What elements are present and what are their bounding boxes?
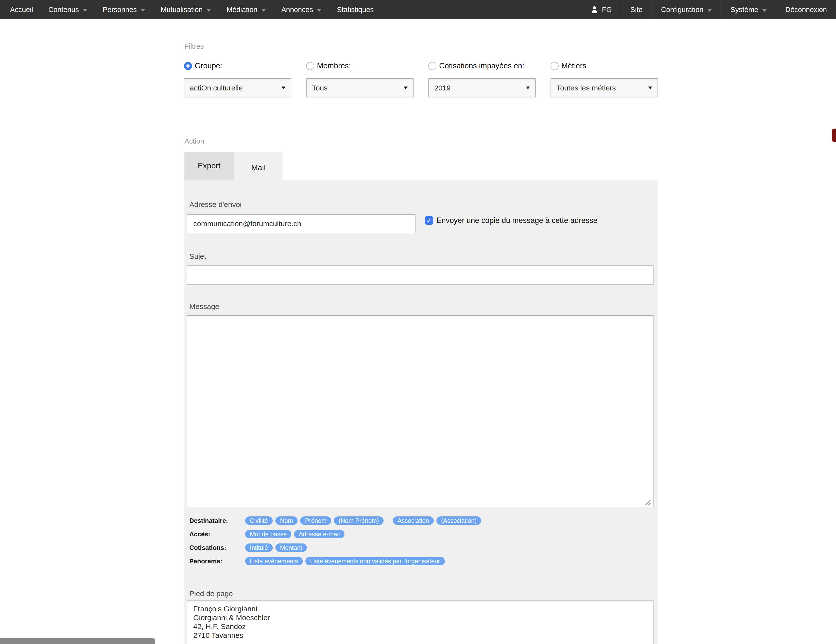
- membres-select-value: Tous: [312, 84, 328, 92]
- chevron-down-icon: [83, 9, 88, 12]
- membres-radio-label: Membres:: [317, 62, 351, 70]
- token-group-label: Panorama:: [189, 558, 245, 565]
- groupe-select-value: actiOn culturelle: [190, 84, 243, 92]
- nav-item-mediation[interactable]: Médiation: [219, 0, 274, 19]
- top-navbar: Accueil Contenus Personnes Mutualisation…: [0, 0, 836, 19]
- cotisations-select-value: 2019: [434, 84, 451, 92]
- footer-label: Pied de page: [189, 589, 233, 598]
- token-pill[interactable]: Montant: [275, 543, 307, 552]
- nav-item-label: Annonces: [281, 6, 313, 14]
- cotisations-radio[interactable]: [428, 62, 436, 70]
- filter-col-metiers: Métiers Toutes les métiers: [550, 62, 658, 97]
- cotisations-select[interactable]: 2019: [428, 78, 536, 97]
- token-pill[interactable]: Liste événements non validés par l'organ…: [305, 557, 445, 565]
- token-row-acces: Accès: Mot de passe Adresse e-mail: [189, 530, 484, 538]
- nav-item-statistiques[interactable]: Statistiques: [329, 0, 381, 19]
- nav-item-label: Personnes: [103, 6, 137, 14]
- filter-col-membres: Membres: Tous: [306, 62, 413, 97]
- token-pill[interactable]: Nom: [275, 517, 298, 525]
- copy-checkbox-label: Envoyer une copie du message à cette adr…: [436, 216, 598, 225]
- nav-item-label: Configuration: [661, 6, 704, 14]
- nav-item-mutualisation[interactable]: Mutualisation: [153, 0, 219, 19]
- browser-status-bar: [0, 638, 155, 644]
- token-pill[interactable]: Intitulé: [245, 543, 273, 552]
- nav-item-accueil[interactable]: Accueil: [2, 0, 41, 19]
- chevron-down-icon: [206, 9, 211, 12]
- copy-checkbox[interactable]: ✓: [425, 216, 433, 225]
- nav-item-contenus[interactable]: Contenus: [41, 0, 95, 19]
- nav-item-label: FG: [602, 6, 612, 14]
- nav-item-label: Statistiques: [337, 6, 374, 14]
- groupe-radio[interactable]: [184, 62, 192, 70]
- chevron-down-icon: [707, 9, 712, 12]
- tab-mail-label: Mail: [251, 163, 266, 172]
- select-caret-icon: [281, 86, 286, 89]
- metiers-select[interactable]: Toutes les métiers: [550, 78, 658, 97]
- sender-address-label: Adresse d'envoi: [189, 201, 242, 209]
- token-row-cotisations: Cotisations: Intitulé Montant: [189, 543, 484, 552]
- filter-col-cotisations: Cotisations impayées en: 2019: [428, 62, 536, 97]
- nav-item-personnes[interactable]: Personnes: [95, 0, 153, 19]
- select-caret-icon: [404, 86, 408, 89]
- metiers-radio[interactable]: [550, 62, 558, 70]
- person-icon: [591, 6, 598, 13]
- nav-item-deconnexion[interactable]: Déconnexion: [776, 0, 836, 19]
- select-caret-icon: [526, 86, 530, 89]
- nav-item-label: Contenus: [49, 6, 79, 14]
- nav-item-label: Accueil: [10, 6, 33, 14]
- filter-grid: Groupe: actiOn culturelle Membres: Tous …: [184, 62, 658, 97]
- metiers-select-value: Toutes les métiers: [557, 84, 616, 92]
- token-group-label: Accès:: [189, 530, 245, 538]
- token-group-label: Destinataire:: [189, 517, 245, 525]
- cotisations-radio-label: Cotisations impayées en:: [439, 62, 524, 70]
- tab-mail[interactable]: Mail: [234, 152, 282, 184]
- nav-item-label: Déconnexion: [785, 6, 827, 14]
- copy-checkbox-line: ✓ Envoyer une copie du message à cette a…: [425, 216, 598, 225]
- groupe-select[interactable]: actiOn culturelle: [184, 78, 291, 97]
- token-pill[interactable]: Mot de passe: [245, 530, 291, 538]
- mail-panel: Adresse d'envoi ✓ Envoyer une copie du m…: [184, 180, 658, 644]
- token-row-destinataire: Destinataire: Civilité Nom Prénom (Nom P…: [189, 517, 484, 525]
- token-pill[interactable]: Association: [393, 517, 434, 525]
- nav-item-label: Mutualisation: [160, 6, 202, 14]
- nav-item-label: Site: [630, 6, 642, 14]
- chevron-down-icon: [762, 9, 767, 12]
- token-groups: Destinataire: Civilité Nom Prénom (Nom P…: [189, 517, 484, 571]
- chevron-down-icon: [261, 9, 266, 12]
- membres-radio[interactable]: [306, 62, 314, 70]
- token-pill[interactable]: Civilité: [245, 517, 273, 525]
- nav-item-systeme[interactable]: Système: [721, 0, 776, 19]
- nav-item-annonces[interactable]: Annonces: [274, 0, 329, 19]
- token-group-label: Cotisations:: [189, 544, 245, 551]
- nav-item-user[interactable]: FG: [582, 0, 621, 19]
- nav-right: FG Site Configuration Système Déconnexio…: [582, 0, 836, 19]
- resize-handle-icon[interactable]: [643, 498, 652, 507]
- token-pill[interactable]: Adresse e-mail: [294, 530, 345, 538]
- token-pill[interactable]: (Nom Prénom): [334, 517, 384, 525]
- tab-export[interactable]: Export: [184, 152, 234, 180]
- subject-label: Sujet: [189, 252, 206, 261]
- token-pill[interactable]: (Association): [436, 517, 482, 525]
- token-pill[interactable]: Liste événements: [245, 557, 303, 565]
- nav-item-label: Médiation: [227, 6, 258, 14]
- feedback-side-tab[interactable]: [832, 129, 836, 142]
- footer-textarea[interactable]: François Giorgianni Giorgianni & Moeschl…: [187, 600, 653, 644]
- chevron-down-icon: [140, 9, 145, 12]
- message-textarea[interactable]: [187, 315, 653, 507]
- subject-input[interactable]: [187, 266, 653, 285]
- tab-export-label: Export: [198, 161, 220, 170]
- filter-col-groupe: Groupe: actiOn culturelle: [184, 62, 291, 97]
- chevron-down-icon: [317, 9, 322, 12]
- sender-address-input[interactable]: [187, 214, 416, 233]
- token-row-panorama: Panorama: Liste événements Liste événeme…: [189, 557, 484, 565]
- nav-left: Accueil Contenus Personnes Mutualisation…: [0, 0, 381, 19]
- action-section-label: Action: [185, 137, 204, 145]
- nav-item-site[interactable]: Site: [621, 0, 651, 19]
- nav-item-configuration[interactable]: Configuration: [651, 0, 721, 19]
- metiers-radio-label: Métiers: [561, 62, 586, 70]
- filters-section-label: Filtres: [185, 42, 204, 51]
- nav-item-label: Système: [730, 6, 758, 14]
- token-pill[interactable]: Prénom: [300, 517, 331, 525]
- select-caret-icon: [648, 86, 652, 89]
- membres-select[interactable]: Tous: [306, 78, 413, 97]
